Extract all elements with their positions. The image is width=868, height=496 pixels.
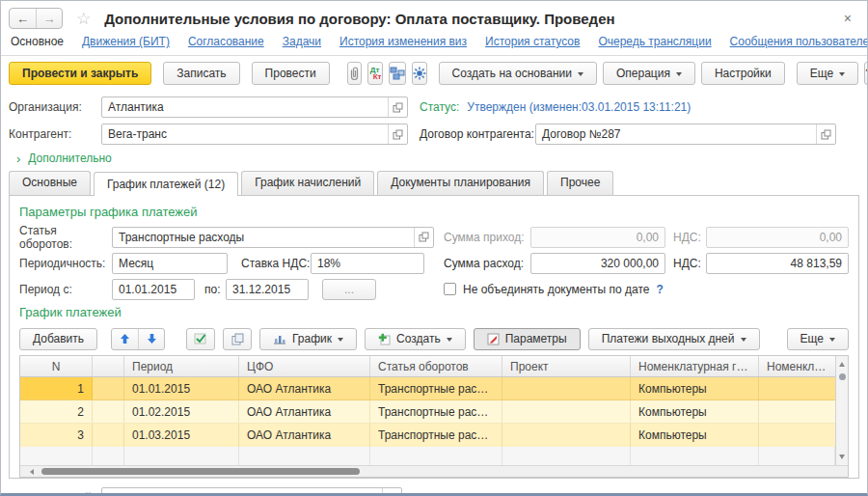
favorite-star-icon[interactable]: ☆ xyxy=(76,9,91,29)
cell-n: 1 xyxy=(20,377,93,400)
help-question-icon[interactable]: ? xyxy=(657,283,664,296)
additional-expander[interactable]: › Дополнительно xyxy=(9,148,857,169)
period-to-field[interactable]: 31.12.2015 xyxy=(226,279,309,300)
horizontal-scroll-thumb[interactable] xyxy=(41,468,360,475)
post-and-close-button[interactable]: Провести и закрыть xyxy=(9,62,151,85)
choose-icon[interactable] xyxy=(816,124,835,144)
tab-main[interactable]: Основные xyxy=(9,171,91,195)
tab-payment-schedule[interactable]: График платежей (12) xyxy=(94,172,238,196)
bar-chart-icon xyxy=(273,333,286,344)
period-more-button[interactable]: ... xyxy=(322,279,376,300)
no-merge-checkbox[interactable] xyxy=(444,283,456,295)
cell-project xyxy=(502,377,631,400)
create-based-on-button[interactable]: Создать на основании xyxy=(439,62,598,85)
cell-cfo: ОАО Атлантика xyxy=(239,424,370,447)
expense-vat-label: НДС: xyxy=(673,257,706,270)
period-from-label: Период с: xyxy=(19,283,112,296)
save-button[interactable]: Записать xyxy=(163,62,239,85)
table-row[interactable]: 2 01.02.2015 ОАО Атлантика Транспортные … xyxy=(20,400,835,424)
column-header-marker[interactable] xyxy=(93,356,124,376)
chevron-down-icon xyxy=(676,72,682,79)
status-value-link[interactable]: Утвержден (изменен:03.01.2015 13:11:21) xyxy=(467,100,691,114)
nav-movements[interactable]: Движения (БИТ) xyxy=(82,35,170,48)
move-down-button[interactable] xyxy=(138,329,164,349)
parameters-label: Параметры xyxy=(505,332,567,345)
nav-user-messages[interactable]: Сообщения пользователей xyxy=(730,35,868,48)
choose-icon[interactable] xyxy=(382,488,401,496)
chevron-down-icon xyxy=(447,338,452,344)
back-button[interactable]: ← xyxy=(10,9,36,28)
responsible-value: Агличев В.В. (БИТ.ФИНАНС) xyxy=(102,491,382,496)
table-row[interactable]: 3 01.03.2015 ОАО Атлантика Транспортные … xyxy=(20,424,835,447)
contract-value: Договор №287 xyxy=(536,127,816,141)
weekend-payments-button[interactable]: Платежи выходных дней xyxy=(588,328,760,350)
column-header-nom-group[interactable]: Номенклатурная гру... xyxy=(631,356,759,376)
choose-icon[interactable] xyxy=(414,228,433,247)
vat-rate-value: 18% xyxy=(312,257,423,270)
no-merge-label: Не объединять документы по дате xyxy=(463,283,650,296)
turnover-article-field[interactable]: Транспортные расходы xyxy=(112,227,434,248)
choose-icon[interactable] xyxy=(388,124,407,144)
column-header-nomenclature[interactable]: Номенклатура xyxy=(759,356,835,376)
tab-accrual-schedule[interactable]: График начислений xyxy=(241,171,374,195)
horizontal-scrollbar[interactable] xyxy=(20,465,848,477)
close-icon[interactable]: × xyxy=(840,11,855,26)
column-header-n[interactable]: N xyxy=(20,356,93,376)
scroll-up-icon[interactable] xyxy=(839,359,845,367)
highlight-button[interactable] xyxy=(412,62,427,85)
table-row[interactable]: 1 01.01.2015 ОАО Атлантика Транспортные … xyxy=(20,377,835,400)
cell-article: Транспортные расхо... xyxy=(370,424,502,447)
scroll-left-icon[interactable] xyxy=(27,469,34,475)
contractor-label: Контрагент: xyxy=(9,127,101,141)
nav-tasks[interactable]: Задачи xyxy=(283,35,321,48)
tab-other[interactable]: Прочее xyxy=(547,171,613,195)
cell-nom-group: Компьютеры xyxy=(631,424,759,447)
command-bar: Провести и закрыть Записать Провести ДтК… xyxy=(1,56,867,91)
vertical-scrollbar[interactable] xyxy=(835,356,848,465)
table-more-button[interactable]: Еще xyxy=(787,328,849,350)
nav-status-history[interactable]: История статусов xyxy=(485,35,580,48)
copy-row-button[interactable] xyxy=(223,328,252,350)
column-header-cfo[interactable]: ЦФО xyxy=(239,356,370,376)
document-structure-button[interactable] xyxy=(389,62,406,85)
column-header-project[interactable]: Проект xyxy=(502,356,631,376)
move-up-button[interactable] xyxy=(112,329,138,349)
expense-sum-field[interactable]: 320 000,00 xyxy=(530,253,665,274)
contract-field[interactable]: Договор №287 xyxy=(535,124,836,145)
debit-credit-button[interactable]: ДтКт xyxy=(367,62,383,85)
nav-broadcast-queue[interactable]: Очередь трансляции xyxy=(598,35,711,48)
parameters-button[interactable]: Параметры xyxy=(474,328,581,350)
help-button[interactable]: ? xyxy=(864,62,868,85)
attachments-button[interactable] xyxy=(347,62,362,85)
organization-field[interactable]: Атлантика xyxy=(101,96,408,118)
nav-approval[interactable]: Согласование xyxy=(188,35,264,48)
periodicity-field[interactable]: Месяц xyxy=(112,253,228,274)
settings-button[interactable]: Настройки xyxy=(701,62,785,85)
post-button[interactable]: Провести xyxy=(252,62,330,85)
period-to-label: по: xyxy=(204,283,226,296)
nav-visa-history[interactable]: История изменения виз xyxy=(339,35,467,48)
operation-button[interactable]: Операция xyxy=(603,62,695,85)
forward-button[interactable]: → xyxy=(36,9,62,28)
scroll-down-icon[interactable] xyxy=(839,455,845,462)
more-button[interactable]: Еще xyxy=(797,62,858,85)
expense-vat-field[interactable]: 48 813,59 xyxy=(706,253,849,274)
vertical-scroll-thumb[interactable] xyxy=(839,373,846,380)
expense-sum-value: 320 000,00 xyxy=(531,257,665,270)
responsible-field[interactable]: Агличев В.В. (БИТ.ФИНАНС) xyxy=(101,487,402,496)
weekend-payments-label: Платежи выходных дней xyxy=(602,332,735,345)
tab-planning-documents[interactable]: Документы планирования xyxy=(377,171,544,195)
operation-label: Операция xyxy=(616,67,670,80)
vat-rate-field[interactable]: 18% xyxy=(311,253,424,274)
create-button[interactable]: Создать xyxy=(365,328,466,350)
nav-main[interactable]: Основное xyxy=(11,35,64,48)
contractor-field[interactable]: Вега-транс xyxy=(101,124,408,145)
choose-icon[interactable] xyxy=(388,97,407,117)
debit-credit-icon: ДтКт xyxy=(368,67,382,80)
chart-button[interactable]: График xyxy=(259,328,357,350)
finish-edit-button[interactable] xyxy=(186,328,215,350)
column-header-article[interactable]: Статья оборотов xyxy=(370,356,502,376)
add-row-button[interactable]: Добавить xyxy=(19,328,97,350)
column-header-period[interactable]: Период xyxy=(124,356,239,376)
period-from-field[interactable]: 01.01.2015 xyxy=(112,279,195,300)
